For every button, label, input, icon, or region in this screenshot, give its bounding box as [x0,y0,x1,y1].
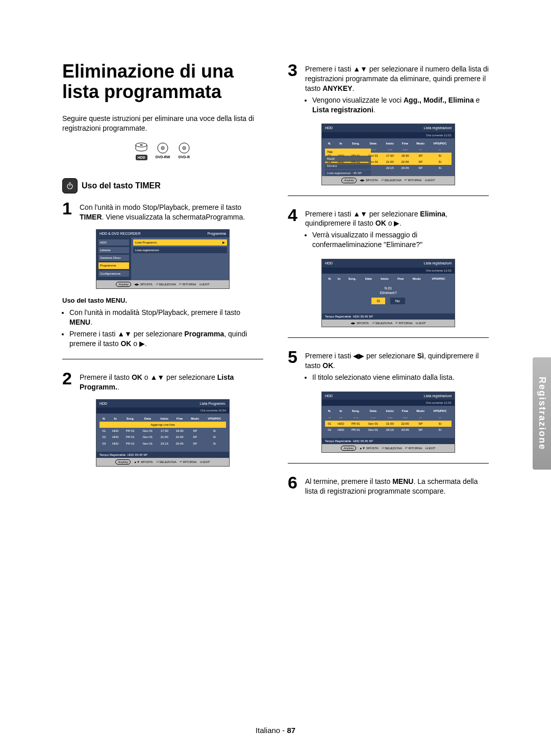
step-number: 1 [62,200,74,222]
hdd-icon: HDD [133,142,150,163]
step-number: 5 [288,348,300,384]
step-4: 4 Premere i tasti ▲▼ per selezionare Eli… [288,206,489,252]
step-text: Premere i tasti ◀▶ per selezionare Sì, q… [305,348,489,384]
step-text: Premere i tasti ▲▼ per selezionare Elimi… [305,206,489,252]
svg-point-1 [140,144,143,145]
menu-bullets: Con l'unità in modalità Stop/Playback, p… [62,308,263,349]
osd-screenshot-lista-programm: HDDLista Programm. Ora corrente 10:54 N.… [96,399,230,467]
step-5: 5 Premere i tasti ◀▶ per selezionare Sì,… [288,348,489,384]
step-text: Con l'unità in modo Stop/Playback, preme… [80,200,263,222]
page-title: Eliminazione di una lista programmata [62,61,263,102]
left-column: Eliminazione di una lista programmata Se… [62,61,263,715]
section-timer-title: Uso del tasto TIMER [82,180,161,191]
step-text: Al termine, premere il tasto MENU. La sc… [305,474,489,496]
osd-screenshot-result: HDDLista registrazioni Ora corrente 11:0… [321,392,455,453]
step-number: 4 [288,206,300,252]
step-6: 6 Al termine, premere il tasto MENU. La … [288,474,489,496]
separator [288,337,489,338]
step-1: 1 Con l'unità in modo Stop/Playback, pre… [62,200,263,222]
osd-headers: N.InSorg.DataInizioFineModoVPS/PDC [99,416,226,422]
step-text: Premere il tasto OK o ▲▼ per selezionare… [80,370,263,392]
timer-icon [62,178,78,193]
side-tab-registrazione: Registrazione [533,357,551,470]
section-timer-head: Uso del tasto TIMER [62,178,263,193]
disc-icons-row: HDD DVD-RW DVD-R [62,142,263,163]
step-2: 2 Premere il tasto OK o ▲▼ per seleziona… [62,370,263,392]
separator [62,359,263,359]
confirm-yes: Sì [371,298,385,304]
manual-page: Registrazione Eliminazione di una lista … [0,0,551,756]
osd-table: N.InSorg.DataInizioFineModoVPS/PDC Aggiu… [99,416,226,446]
anykey-icon: Anykey [341,446,356,451]
step-number: 2 [62,370,74,392]
step-text: Premere i tasti ▲▼ per selezionare il nu… [305,61,489,116]
step-number: 6 [288,474,300,496]
osd-screenshot-confirm: HDDLista registrazioni Ora corrente 11:0… [321,259,455,327]
intro-text: Seguire queste istruzioni per eliminare … [62,114,263,133]
dvdr-icon: DVD-R [176,142,193,163]
anykey-icon: Anykey [341,178,357,183]
separator [288,196,489,196]
step-number: 3 [288,61,300,116]
subsection-menu-title: Uso del tasto MENU. [62,296,263,305]
confirm-no: No [390,298,405,304]
page-footer: Italiano - 87 [0,726,551,735]
dvdrw-icon: DVD-RW [154,142,171,163]
content-columns: Eliminazione di una lista programmata Se… [62,61,489,715]
osd-screenshot-programma: HDD & DVD RECORDERProgramma HDD Libreria… [96,229,230,289]
anykey-icon: Anykey [116,282,131,287]
osd-screenshot-popup-menu: HDDLista registrazioni Ora corrente 11:0… [321,124,455,185]
step-3: 3 Premere i tasti ▲▼ per selezionare il … [288,61,489,116]
svg-point-7 [184,148,185,149]
svg-point-4 [162,148,163,149]
right-column: 3 Premere i tasti ▲▼ per selezionare il … [288,61,489,715]
separator [288,463,489,464]
anykey-icon: Anykey [115,459,131,465]
